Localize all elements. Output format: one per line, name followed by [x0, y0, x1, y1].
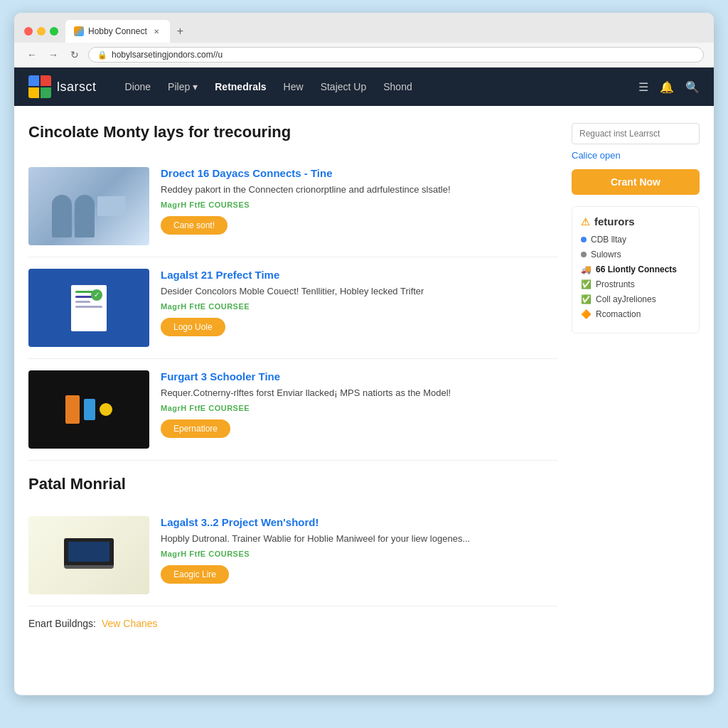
logo-sq2 [41, 75, 51, 86]
course-desc-4: Hopbly Dutronal. Trainer Wablie for Hobl… [161, 532, 557, 545]
course-meta-1: MagrH FtfE COURSES [161, 200, 557, 209]
logo-sq1 [28, 75, 39, 86]
person-1 [52, 195, 72, 237]
check-green-icon-2: ✅ [581, 294, 592, 304]
section2-title: Patal Monrial [28, 475, 557, 493]
url-text: hobylsarsetingjondors.com//u [112, 50, 223, 60]
nav-icons: ☰ 🔔 🔍 [638, 80, 700, 94]
logo-text: lsarsct [57, 80, 97, 95]
cta-button[interactable]: Crant Now [572, 169, 700, 195]
sidebar: Calice open Crant Now ⚠ feturors CDB llt… [572, 123, 700, 629]
menu-icon[interactable]: ☰ [638, 80, 648, 94]
box-blue-sm [84, 399, 95, 420]
chevron-down-icon: ▾ [193, 81, 198, 92]
tab-favicon [74, 26, 84, 36]
thumb-img-3 [28, 370, 149, 449]
truck-icon: 🚚 [581, 264, 592, 274]
course-card-1: Droect 16 Dayacs Connects - Tine Reddey … [28, 156, 557, 257]
course-meta-3: MagrH FtfE COURSEE [161, 404, 557, 412]
course-meta-4: MagrH FtfE COURSES [161, 550, 557, 558]
course-title-4[interactable]: Lagalst 3..2 Project Wen'shord! [161, 516, 557, 528]
course-title-3[interactable]: Furgart 3 Schooler Tine [161, 370, 557, 382]
feature-item-6: 🔶 Rcomaction [581, 309, 690, 319]
course-title-2[interactable]: Lagalst 21 Prefect Time [161, 269, 557, 281]
traffic-lights [24, 27, 58, 36]
laptop-shape [64, 538, 114, 572]
search-icon[interactable]: 🔍 [685, 80, 700, 94]
course-info-2: Lagalst 21 Prefect Time Desider Concolor… [161, 269, 557, 347]
browser-toolbar: ← → ↻ 🔒 hobylsarsetingjondors.com//u [14, 43, 714, 68]
minimize-button[interactable] [37, 27, 46, 36]
nav-link-shond[interactable]: Shond [383, 81, 412, 92]
main-layout: Cincolate Monty lays for trecouring [14, 106, 714, 646]
new-tab-button[interactable]: + [171, 20, 189, 43]
course-info-4: Lagalst 3..2 Project Wen'shord! Hopbly D… [161, 516, 557, 594]
maximize-button[interactable] [50, 27, 58, 36]
dot-blue-icon [581, 237, 587, 242]
forward-button[interactable]: → [46, 47, 61, 63]
laptop-screen [64, 538, 114, 565]
checkmark-badge: ✓ [91, 289, 102, 301]
course-info-3: Furgart 3 Schooler Tine Requer.Cotnerny-… [161, 370, 557, 449]
person-2 [75, 195, 95, 237]
sidebar-search-input[interactable] [572, 123, 700, 144]
feature-item-3: 🚚 66 Liontly Connects [581, 264, 690, 274]
tab-title: Hobby Connect [88, 26, 147, 36]
course-thumb-3 [28, 370, 149, 449]
site-logo: lsarsct [28, 75, 97, 98]
course-btn-4[interactable]: Eaogic Lire [161, 565, 229, 584]
active-tab[interactable]: Hobby Connect ✕ [65, 20, 170, 43]
box-orange [65, 395, 80, 424]
tab-bar: Hobby Connect ✕ + [65, 20, 704, 43]
course-btn-3[interactable]: Epernatlore [161, 419, 230, 438]
thumb-img-1 [28, 167, 149, 245]
browser-window: Hobby Connect ✕ + ← → ↻ 🔒 hobylsarseting… [14, 13, 714, 695]
logo-sq4 [41, 87, 51, 98]
logo-sq3 [28, 87, 39, 98]
doc-lines [71, 285, 107, 314]
doc-line-plain [75, 306, 102, 308]
laptop-prop [97, 196, 126, 216]
features-title: ⚠ feturors [581, 215, 690, 228]
course-thumb-1 [28, 167, 149, 245]
check-green-icon-1: ✅ [581, 279, 592, 289]
nav-link-pilep[interactable]: Pilep ▾ [168, 81, 198, 92]
thumb-img-4 [28, 516, 149, 594]
page-content: lsarsct Dione Pilep ▾ Retnedrals Hew Sta… [14, 68, 714, 695]
close-button[interactable] [24, 27, 33, 36]
course-btn-2[interactable]: Logo Uole [161, 318, 225, 336]
logo-icon [28, 75, 51, 98]
feature-item-4: ✅ Prostrunts [581, 279, 690, 289]
course-title-1[interactable]: Droect 16 Dayacs Connects - Tine [161, 167, 557, 179]
thumb-img-2: ✓ [28, 269, 149, 347]
section1-title: Cincolate Monty lays for trecouring [28, 123, 557, 141]
site-nav: lsarsct Dione Pilep ▾ Retnedrals Hew Sta… [14, 68, 714, 106]
tab-close-button[interactable]: ✕ [151, 26, 161, 36]
feature-item-1: CDB lltay [581, 235, 690, 245]
course-btn-1[interactable]: Cane sont! [161, 216, 228, 235]
course-info-1: Droect 16 Dayacs Connects - Tine Reddey … [161, 167, 557, 245]
laptop-base [64, 565, 114, 569]
course-desc-1: Reddey pakort in the Connecten crionorpt… [161, 183, 557, 196]
content-area: Cincolate Monty lays for trecouring [28, 123, 557, 629]
footer-link[interactable]: Vew Chanes [102, 618, 158, 629]
course-thumb-4 [28, 516, 149, 594]
sidebar-open-link[interactable]: Calice open [572, 150, 700, 161]
notification-icon[interactable]: 🔔 [660, 80, 674, 94]
doc-icon: ✓ [71, 285, 107, 331]
address-bar[interactable]: 🔒 hobylsarsetingjondors.com//u [88, 47, 704, 63]
nav-links: Dione Pilep ▾ Retnedrals Hew Staject Up … [125, 81, 638, 92]
nav-link-dione[interactable]: Dione [125, 81, 151, 92]
course-card-3: Furgart 3 Schooler Tine Requer.Cotnerny-… [28, 359, 557, 461]
feature-item-2: Sulowrs [581, 250, 690, 259]
nav-link-stajectup[interactable]: Staject Up [321, 81, 367, 92]
doc-line-short [75, 301, 90, 303]
nav-link-hew[interactable]: Hew [284, 81, 304, 92]
lock-icon: 🔒 [97, 50, 107, 60]
nav-link-retnedrals[interactable]: Retnedrals [215, 81, 266, 92]
reload-button[interactable]: ↻ [67, 47, 82, 63]
dot-gray-icon [581, 252, 587, 257]
footer-bar: Enart Buildngs: Vew Chanes [28, 606, 557, 629]
browser-titlebar: Hobby Connect ✕ + [14, 13, 714, 43]
back-button[interactable]: ← [24, 47, 40, 63]
